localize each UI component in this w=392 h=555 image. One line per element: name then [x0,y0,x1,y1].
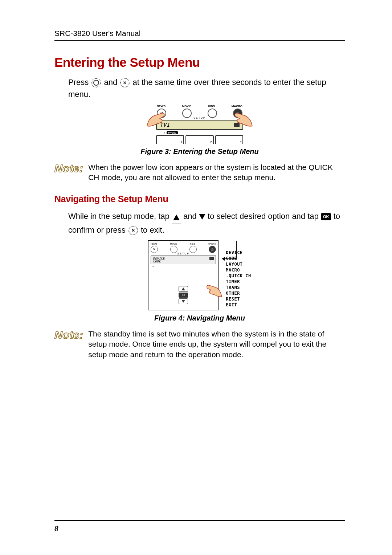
movie-button-icon [182,109,192,118]
header-title: SRC-3820 User's Manual [54,29,345,38]
menu-reset: RESET [226,297,251,302]
d2-screen-text: DEVICE CODE [153,257,165,263]
label-news: NEWS [157,105,166,108]
menu-timer: TIMER [226,279,251,284]
figure-4-caption: Figure 4: Navigating Menu [54,314,345,322]
para2-c: to select desired option and tap [208,212,321,221]
d2-movie-icon [170,246,177,253]
note-label-2: Note: [54,329,83,341]
d2-battery-icon [209,257,214,260]
d2-setup-label: SETUP [151,252,216,255]
page-footer: 8 [54,520,345,533]
menu-trans: TRANS [226,285,251,290]
para-entering: Press and ✕ at the same time over three … [54,76,345,100]
section-title-entering: Entering the Setup Menu [54,55,345,70]
d2-line2: CODE [153,260,161,263]
para2-b: and [183,212,199,221]
device-diagram-1: NEWS MOVIE KIDS MACRO ✕ ◎ SETUP TV1 ⇖ PA… [156,105,243,144]
figure-4-layout: NEWS MOVIE KIDS MACRO ✕ ◎ SETUP DEVICE C [148,240,251,310]
menu-exit: EXIT [226,302,251,307]
note-label-1: Note: [54,162,83,175]
d2-label-movie: MOVIE [170,243,177,245]
label-macro: MACRO [232,105,242,108]
softkey-2: 2 [185,135,213,144]
hand-pointer-icon [204,283,224,297]
hand-right-icon [229,110,254,128]
ok-icon: OK [321,213,331,221]
menu-quickch: .QUICK CH [226,273,251,278]
para2-e: to exit. [141,225,164,234]
d2-label-macro: MACRO [208,243,216,245]
menu-macro: MACRO [226,268,251,273]
transmit-icon: ⇖ [163,131,166,134]
header-rule [54,40,345,41]
page-number: 8 [54,524,345,533]
page-badge: PAGE1 [167,131,178,134]
label-kids: KIDS [208,105,215,108]
softkey-row: 1 2 3 [156,135,243,144]
kids-button-icon [208,109,217,118]
close-circle-icon: ✕ [120,78,130,87]
softkey-1: 1 [156,135,184,144]
d2-transmit-icon: ⇖ [152,265,216,268]
d2-macro-icon: ◎ [209,246,216,253]
device-diagram-2: NEWS MOVIE KIDS MACRO ✕ ◎ SETUP DEVICE C [148,240,219,310]
d2-label-news: NEWS [151,243,157,245]
label-movie: MOVIE [182,105,192,108]
figure-3-caption: Figure 3: Entering the Setup Menu [54,147,345,156]
page-indicator: ⇖ PAGE1 [163,131,243,134]
d2-news-icon: ✕ [151,246,158,253]
arrow-connector-icon [218,239,240,264]
note-text-2: The standby time is set two minutes when… [88,329,345,360]
figure-4: NEWS MOVIE KIDS MACRO ✕ ◎ SETUP DEVICE C [54,240,345,310]
nav-up-icon [179,286,188,292]
para1-a: Press [68,78,91,87]
d2-kids-icon [189,246,197,253]
para1-b: and [104,78,119,87]
down-arrow-icon [199,214,205,220]
nav-down-icon [179,298,188,304]
para2-a: While in the setup mode, tap [68,212,172,221]
record-icon [91,78,101,87]
page: SRC-3820 User's Manual Entering the Setu… [0,0,392,555]
footer-rule [54,520,345,521]
device1-labels: NEWS MOVIE KIDS MACRO [156,105,243,108]
para-navigating: While in the setup mode, tap and to sele… [54,210,345,236]
d2-label-kids: KIDS [190,243,195,245]
hand-left-icon [145,110,171,128]
menu-other: OTHER [226,291,251,296]
nav-button-group: OK [176,286,191,304]
note-1: Note: When the power low icon appears or… [54,162,345,183]
note-2: Note: The standby time is set two minute… [54,329,345,360]
section-title-navigating: Navigating the Setup Menu [54,194,345,204]
up-arrow-icon [172,210,181,224]
device2-screen: DEVICE CODE [151,256,216,264]
nav-ok-icon: OK [179,293,188,298]
note-text-1: When the power low icon appears or the s… [88,162,345,183]
close-circle-icon-2: ✕ [128,226,138,235]
softkey-3: 3 [215,135,243,144]
figure-3: NEWS MOVIE KIDS MACRO ✕ ◎ SETUP TV1 ⇖ PA… [54,105,345,144]
